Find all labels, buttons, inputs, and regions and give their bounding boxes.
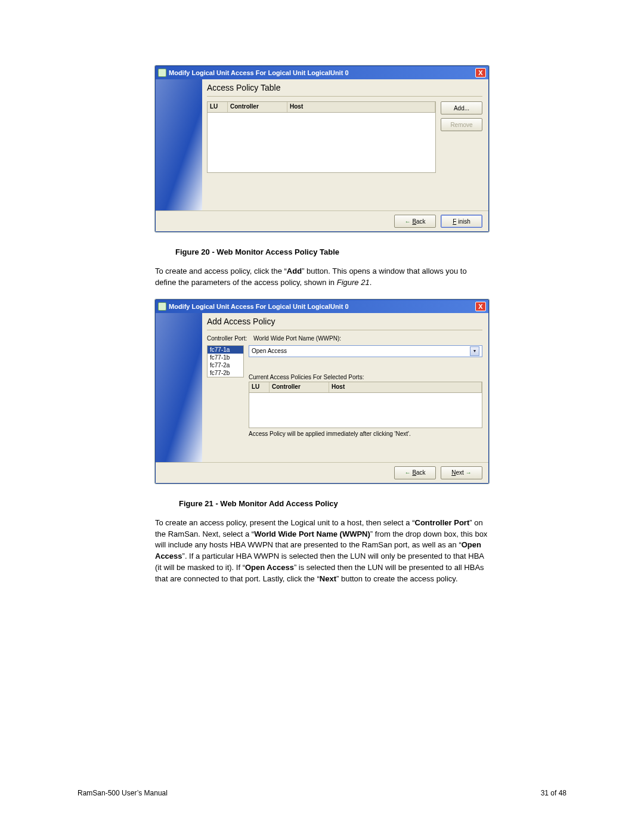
panel-heading: Add Access Policy <box>207 317 482 326</box>
app-icon <box>158 302 166 311</box>
label-controller-port: Controller Port: <box>207 335 249 342</box>
wizard-sidebar <box>156 79 202 210</box>
panel-heading: Access Policy Table <box>207 83 482 92</box>
list-item[interactable]: fc77-1a <box>208 346 243 354</box>
col-host: Host <box>329 382 482 392</box>
col-lu: LU <box>249 382 270 392</box>
paragraph-1: To create and access policy, click the “… <box>155 266 489 289</box>
app-icon <box>158 69 166 77</box>
footer-left: RamSan-500 User’s Manual <box>78 789 168 797</box>
page-footer: RamSan-500 User’s Manual 31 of 48 <box>78 789 566 797</box>
wwpn-combo[interactable]: Open Access ▾ <box>249 345 482 357</box>
dialog-access-policy-table: Modify Logical Unit Access For Logical U… <box>155 66 489 232</box>
next-button[interactable]: Next→ <box>441 466 482 479</box>
close-icon[interactable]: X <box>475 302 486 311</box>
col-host: Host <box>287 102 435 112</box>
wizard-sidebar <box>156 313 202 462</box>
titlebar[interactable]: Modify Logical Unit Access For Logical U… <box>156 66 488 79</box>
add-button[interactable]: Add... <box>441 101 482 114</box>
combo-value: Open Access <box>252 348 287 354</box>
access-policy-grid[interactable]: LU Controller Host <box>207 101 436 173</box>
paragraph-2: To create an access policy, present the … <box>155 518 489 585</box>
back-button[interactable]: ←Back <box>394 215 436 228</box>
arrow-left-icon: ← <box>404 469 410 476</box>
col-lu: LU <box>208 102 228 112</box>
label-wwpn: World Wide Port Name (WWPN): <box>253 335 482 342</box>
figure-caption-20: Figure 20 - Web Monitor Access Policy Ta… <box>175 247 572 256</box>
arrow-left-icon: ← <box>404 218 410 225</box>
back-button[interactable]: ←Back <box>394 466 436 479</box>
list-item[interactable]: fc77-2a <box>208 361 243 369</box>
list-item[interactable]: fc77-2b <box>208 369 243 377</box>
chevron-down-icon[interactable]: ▾ <box>470 346 479 356</box>
dialog-add-access-policy: Modify Logical Unit Access For Logical U… <box>155 299 489 484</box>
finish-button[interactable]: Finish <box>441 215 482 228</box>
label-current-policies: Current Access Policies For Selected Por… <box>249 374 482 380</box>
apply-note: Access Policy will be applied immediatel… <box>249 431 482 437</box>
dialog-title: Modify Logical Unit Access For Logical U… <box>169 69 349 76</box>
close-icon[interactable]: X <box>475 68 486 78</box>
current-policies-grid[interactable]: LU Controller Host <box>249 382 482 428</box>
col-controller: Controller <box>270 382 329 392</box>
col-controller: Controller <box>228 102 287 112</box>
footer-right: 31 of 48 <box>541 789 566 797</box>
remove-button: Remove <box>441 118 482 131</box>
controller-port-list[interactable]: fc77-1a fc77-1b fc77-2a fc77-2b <box>207 345 244 377</box>
dialog-title: Modify Logical Unit Access For Logical U… <box>169 303 349 310</box>
titlebar[interactable]: Modify Logical Unit Access For Logical U… <box>156 300 488 313</box>
list-item[interactable]: fc77-1b <box>208 354 243 361</box>
figure-caption-21: Figure 21 - Web Monitor Add Access Polic… <box>179 499 572 508</box>
arrow-right-icon: → <box>466 469 472 476</box>
